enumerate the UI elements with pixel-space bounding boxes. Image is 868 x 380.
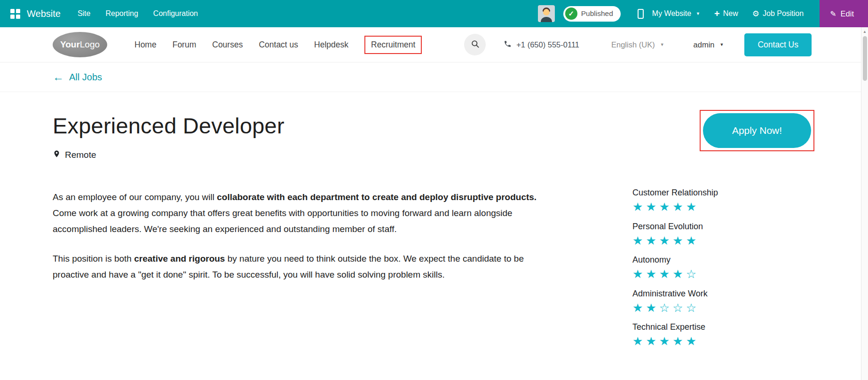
- location-pin-icon: [53, 149, 61, 161]
- website-selector-label: My Website: [652, 9, 691, 18]
- mobile-preview-icon[interactable]: [638, 9, 644, 19]
- search-button[interactable]: [464, 34, 486, 55]
- contact-us-button[interactable]: Contact Us: [744, 33, 812, 56]
- apps-grid-icon[interactable]: [10, 9, 20, 19]
- job-description: As an employee of our company, you will …: [53, 189, 556, 283]
- chevron-down-icon: ▼: [696, 11, 700, 16]
- skill-label: Autonomy: [632, 255, 718, 265]
- job-position-label: Job Position: [763, 9, 804, 18]
- apply-now-button[interactable]: Apply Now!: [703, 113, 811, 148]
- page-scrollbar[interactable]: ▲: [861, 27, 868, 380]
- edit-button[interactable]: ✎ Edit: [820, 0, 868, 27]
- user-name: admin: [694, 40, 715, 49]
- skill-label: Customer Relationship: [632, 188, 718, 198]
- site-logo-text-1: Your: [60, 39, 80, 50]
- job-description-paragraph-2: This position is both creative and rigor…: [53, 251, 556, 283]
- skill-ratings: Customer Relationship ★★★★★ Personal Evo…: [632, 188, 718, 356]
- job-description-paragraph-1: As an employee of our company, you will …: [53, 189, 556, 238]
- site-logo[interactable]: YourLogo: [53, 32, 107, 57]
- user-menu[interactable]: admin ▼: [694, 40, 724, 49]
- skill-label: Technical Expertise: [632, 322, 718, 332]
- chevron-down-icon: ▼: [720, 42, 724, 47]
- site-logo-text-2: Logo: [80, 39, 100, 50]
- main-navigation: Home Forum Courses Contact us Helpdesk R…: [134, 36, 422, 54]
- all-jobs-back-link[interactable]: ← All Jobs: [53, 71, 102, 83]
- language-selector[interactable]: English (UK) ▼: [611, 40, 664, 49]
- job-position-menu[interactable]: ⚙ Job Position: [752, 9, 804, 18]
- skill-autonomy: Autonomy ★★★★☆: [632, 255, 718, 281]
- published-check-icon: ✓: [565, 8, 577, 20]
- menu-configuration[interactable]: Configuration: [153, 9, 198, 18]
- skill-customer-relationship: Customer Relationship ★★★★★: [632, 188, 718, 214]
- skill-label: Personal Evolution: [632, 222, 718, 232]
- website-selector[interactable]: My Website ▼: [652, 9, 700, 18]
- nav-forum[interactable]: Forum: [173, 40, 197, 50]
- language-label: English (UK): [611, 40, 655, 49]
- scrollbar-thumb[interactable]: [863, 36, 867, 81]
- chevron-down-icon: ▼: [660, 42, 664, 47]
- scroll-up-arrow-icon[interactable]: ▲: [861, 27, 868, 34]
- menu-reporting[interactable]: Reporting: [105, 9, 138, 18]
- recruitment-annotation-box: Recruitment: [364, 36, 422, 54]
- phone-link[interactable]: +1 (650) 555-0111: [504, 40, 579, 50]
- top-admin-bar: Website Site Reporting Configuration ✓ P…: [0, 0, 868, 27]
- star-rating: ★★★★★: [632, 234, 718, 248]
- pencil-icon: ✎: [830, 9, 836, 18]
- star-rating: ★★★★★: [632, 335, 718, 348]
- phone-number: +1 (650) 555-0111: [516, 40, 579, 49]
- star-rating: ★★☆☆☆: [632, 302, 718, 315]
- gear-icon: ⚙: [752, 10, 759, 18]
- skill-personal-evolution: Personal Evolution ★★★★★: [632, 222, 718, 248]
- skill-technical-expertise: Technical Expertise ★★★★★: [632, 322, 718, 348]
- user-avatar[interactable]: [538, 5, 555, 22]
- published-toggle[interactable]: ✓ Published: [563, 6, 621, 22]
- edit-button-label: Edit: [841, 9, 854, 18]
- star-rating: ★★★★★: [632, 201, 718, 214]
- nav-contact-us[interactable]: Contact us: [259, 40, 298, 50]
- skill-administrative-work: Administrative Work ★★☆☆☆: [632, 289, 718, 315]
- breadcrumb: ← All Jobs: [0, 62, 868, 92]
- published-label: Published: [581, 9, 613, 18]
- app-name-website[interactable]: Website: [27, 8, 61, 19]
- star-rating: ★★★★☆: [632, 268, 718, 281]
- back-arrow-icon: ←: [53, 71, 64, 83]
- new-button[interactable]: + New: [714, 9, 738, 18]
- search-icon: [471, 39, 480, 50]
- job-location-label: Remote: [65, 150, 96, 160]
- website-header: YourLogo Home Forum Courses Contact us H…: [0, 27, 868, 62]
- nav-recruitment[interactable]: Recruitment: [371, 40, 415, 49]
- new-button-label: New: [723, 9, 738, 18]
- plus-icon: +: [714, 9, 720, 18]
- skill-label: Administrative Work: [632, 289, 718, 299]
- nav-courses[interactable]: Courses: [212, 40, 243, 50]
- nav-helpdesk[interactable]: Helpdesk: [314, 40, 348, 50]
- all-jobs-label: All Jobs: [69, 72, 102, 83]
- nav-home[interactable]: Home: [134, 40, 157, 50]
- menu-site[interactable]: Site: [78, 9, 91, 18]
- apply-annotation-box: Apply Now!: [700, 110, 814, 151]
- phone-icon: [504, 40, 512, 50]
